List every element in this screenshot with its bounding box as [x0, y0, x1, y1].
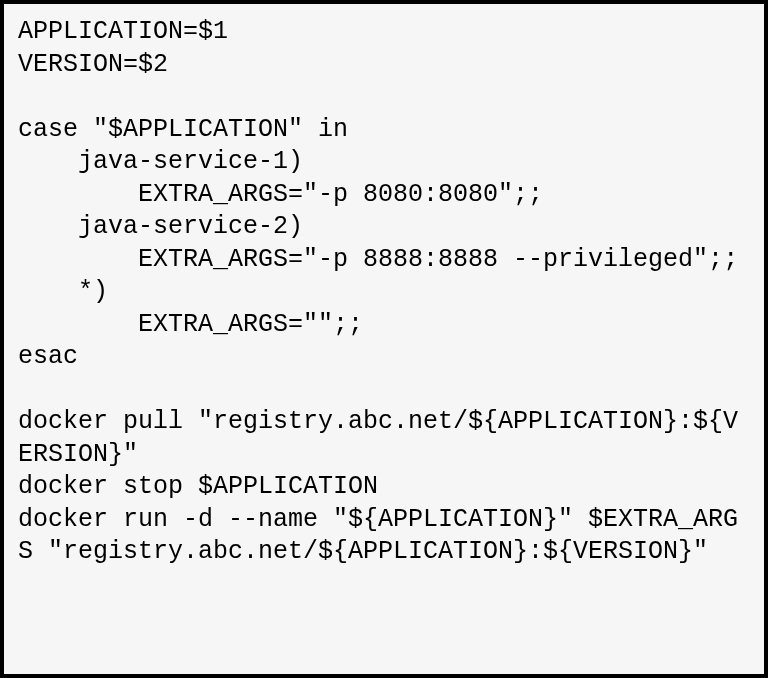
- code-block: APPLICATION=$1 VERSION=$2 case "$APPLICA…: [0, 0, 768, 678]
